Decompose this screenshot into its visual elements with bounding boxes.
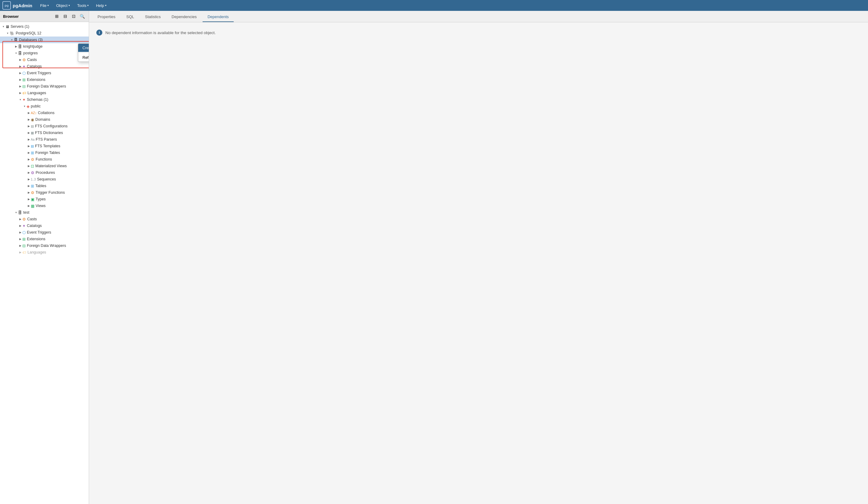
tree-container[interactable]: ▾ 🖥 Servers (1) ▾ 🐘 PostgreSQL 12: [0, 22, 89, 504]
fts-parsers-chevron: ▶: [27, 138, 31, 141]
schemas-icon: ✦: [22, 97, 26, 102]
postgres-chevron: ▾: [14, 52, 18, 55]
catalogs-row[interactable]: ▶ ✦ Catalogs: [0, 63, 89, 70]
types-row[interactable]: ▶ ▣ Types: [0, 196, 89, 202]
search-btn[interactable]: 🔍: [79, 13, 86, 20]
postgres-row[interactable]: ▾ 🗄 postgres: [0, 50, 89, 56]
test-catalogs-row[interactable]: ▶ ✦ Catalogs: [0, 222, 89, 229]
servers-row[interactable]: ▾ 🖥 Servers (1): [0, 23, 89, 30]
postgres-icon: 🗄: [18, 51, 22, 55]
functions-icon: ⚙: [31, 157, 34, 162]
fts-templates-chevron: ▶: [27, 145, 31, 148]
functions-chevron: ▶: [27, 158, 31, 161]
test-event-triggers-label: Event Triggers: [27, 230, 51, 234]
languages-row[interactable]: ▶ 🏷 Languages: [0, 90, 89, 96]
sequences-label: Sequences: [37, 177, 56, 181]
foreign-data-wrappers-row[interactable]: ▶ ⊟ Foreign Data Wrappers: [0, 83, 89, 90]
procedures-label: Procedures: [35, 170, 55, 175]
foreign-tables-icon: ⊞: [31, 150, 34, 155]
functions-row[interactable]: ▶ ⚙ Functions: [0, 156, 89, 163]
help-menu[interactable]: Help ▾: [93, 2, 110, 9]
postgresql-row[interactable]: ▾ 🐘 PostgreSQL 12: [0, 30, 89, 36]
trigger-functions-chevron: ▶: [27, 191, 31, 194]
mat-views-row[interactable]: ▶ ⊡ Materialized Views: [0, 163, 89, 169]
extensions-chevron: ▶: [18, 78, 22, 81]
tables-label: Tables: [35, 184, 46, 188]
collations-row[interactable]: ▶ AZ↕ Collations: [0, 109, 89, 116]
knightjudge-row[interactable]: ▶ 🗄 knightjudge: [0, 43, 89, 50]
views-chevron: ▶: [27, 204, 31, 207]
test-event-triggers-chevron: ▶: [18, 231, 22, 234]
extensions-row[interactable]: ▶ ⊞ Extensions: [0, 76, 89, 83]
test-casts-row[interactable]: ▶ ⚙ Casts: [0, 216, 89, 222]
tab-dependents[interactable]: Dependents: [203, 12, 234, 22]
tools-menu[interactable]: Tools ▾: [74, 2, 92, 9]
trigger-functions-row[interactable]: ▶ ⚙ Trigger Functions: [0, 189, 89, 196]
object-menu-chevron: ▾: [69, 4, 70, 7]
collations-label: Collations: [38, 111, 55, 115]
view-toggle-btn[interactable]: ⊞: [53, 13, 60, 20]
procedures-chevron: ▶: [27, 171, 31, 174]
fts-config-icon: ▤: [31, 124, 34, 128]
test-languages-row[interactable]: ▶ 🏷 Languages: [0, 249, 89, 256]
tab-dependencies[interactable]: Dependencies: [167, 12, 202, 22]
fdw-icon: ⊟: [22, 84, 26, 89]
public-row[interactable]: ▾ ◈ public: [0, 103, 89, 109]
event-triggers-chevron: ▶: [18, 72, 22, 75]
tables-row[interactable]: ▶ ⊞ Tables: [0, 182, 89, 189]
tab-sql[interactable]: SQL: [121, 12, 139, 22]
postgresql-chevron: ▾: [6, 32, 10, 35]
public-icon: ◈: [27, 104, 30, 109]
foreign-tables-row[interactable]: ▶ ⊞ Foreign Tables: [0, 149, 89, 156]
foreign-tables-chevron: ▶: [27, 151, 31, 154]
databases-row[interactable]: ▾ 🗄 Databases (3): [0, 36, 89, 43]
servers-label: Servers (1): [11, 24, 29, 29]
file-menu-chevron: ▾: [48, 4, 49, 7]
fts-config-row[interactable]: ▶ ▤ FTS Configurations: [0, 123, 89, 129]
tables-icon: ⊞: [31, 184, 34, 188]
no-info-text: No dependent information is available fo…: [105, 31, 216, 35]
fts-dict-row[interactable]: ▶ ▦ FTS Dictionaries: [0, 129, 89, 136]
right-panel: Properties SQL Statistics Dependencies D…: [89, 11, 868, 504]
list-view-btn[interactable]: ⊡: [70, 13, 77, 20]
test-event-triggers-row[interactable]: ▶ ⬡ Event Triggers: [0, 229, 89, 236]
sequences-row[interactable]: ▶ 1..3 Sequences: [0, 176, 89, 182]
fts-parsers-icon: Aa: [31, 138, 34, 141]
catalogs-label: Catalogs: [27, 64, 42, 69]
test-extensions-label: Extensions: [27, 237, 45, 241]
casts-chevron: ▶: [18, 58, 22, 61]
fts-parsers-row[interactable]: ▶ Aa FTS Parsers: [0, 136, 89, 143]
test-fdw-row[interactable]: ▶ ⊟ Foreign Data Wrappers: [0, 242, 89, 249]
functions-label: Functions: [35, 157, 52, 161]
object-menu[interactable]: Object ▾: [53, 2, 73, 9]
fdw-label: Foreign Data Wrappers: [27, 84, 66, 88]
tab-properties[interactable]: Properties: [93, 12, 120, 22]
schemas-label: Schemas (1): [27, 97, 48, 102]
file-menu[interactable]: File ▾: [37, 2, 52, 9]
refresh-menu-item[interactable]: Refresh...: [78, 53, 89, 62]
casts-row[interactable]: ▶ ⚙ Casts: [0, 56, 89, 63]
create-menu-item[interactable]: Create ▶: [78, 44, 89, 52]
views-row[interactable]: ▶ ▦ Views: [0, 202, 89, 209]
fts-config-label: FTS Configurations: [35, 124, 68, 128]
languages-icon: 🏷: [22, 91, 26, 95]
foreign-tables-label: Foreign Tables: [35, 150, 60, 155]
schemas-row[interactable]: ▾ ✦ Schemas (1): [0, 96, 89, 103]
trigger-functions-icon: ⚙: [31, 190, 34, 195]
test-casts-icon: ⚙: [22, 217, 26, 221]
servers-chevron: ▾: [1, 25, 6, 28]
event-triggers-row[interactable]: ▶ ⬡ Event Triggers: [0, 70, 89, 76]
catalogs-icon: ✦: [22, 64, 26, 69]
procedures-row[interactable]: ▶ ⚙ Procedures: [0, 169, 89, 176]
public-chevron: ▾: [22, 105, 27, 108]
test-extensions-row[interactable]: ▶ ⊞ Extensions: [0, 236, 89, 242]
test-row[interactable]: ▾ 🗄 test: [0, 209, 89, 216]
fts-templates-row[interactable]: ▶ ▤ FTS Templates: [0, 143, 89, 149]
grid-view-btn[interactable]: ⊟: [62, 13, 69, 20]
tab-statistics[interactable]: Statistics: [140, 12, 165, 22]
left-panel: Browser ⊞ ⊟ ⊡ 🔍 ▾ 🖥 Servers (1): [0, 11, 89, 504]
test-icon: 🗄: [18, 210, 22, 215]
postgres-label: postgres: [23, 51, 38, 55]
domains-row[interactable]: ▶ ◉ Domains: [0, 116, 89, 123]
extensions-label: Extensions: [27, 77, 45, 82]
